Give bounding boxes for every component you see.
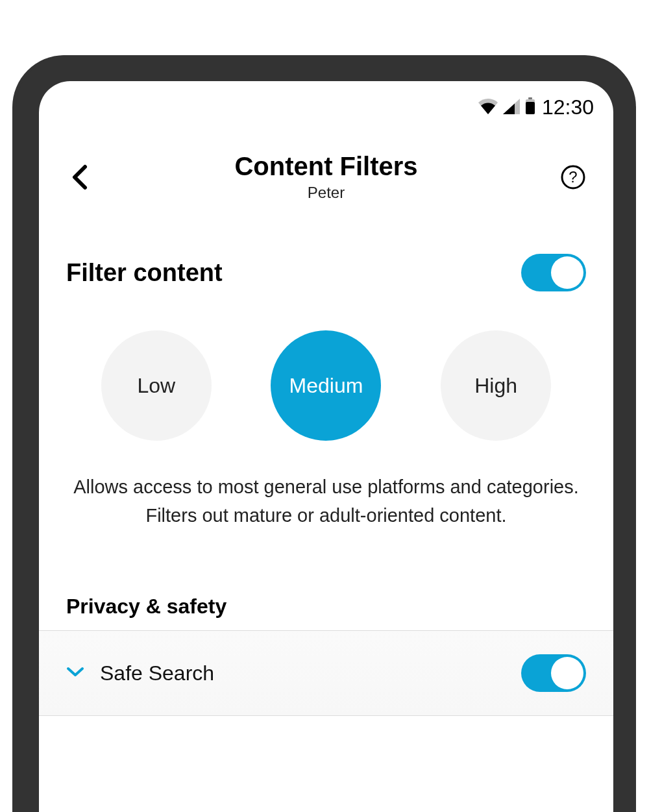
- filter-level-medium[interactable]: Medium: [271, 330, 381, 441]
- svg-rect-2: [526, 102, 535, 114]
- safe-search-label: Safe Search: [100, 661, 214, 685]
- toggle-knob: [551, 657, 583, 689]
- svg-rect-0: [528, 97, 532, 99]
- filter-content-title: Filter content: [66, 259, 223, 287]
- filter-level-selector: Low Medium High: [39, 304, 613, 460]
- page-subtitle: Peter: [95, 184, 557, 202]
- back-button[interactable]: [64, 162, 95, 193]
- status-time: 12:30: [542, 95, 594, 119]
- cellular-icon: [503, 95, 520, 119]
- chevron-down-icon: [66, 666, 84, 680]
- filter-level-description: Allows access to most general use platfo…: [39, 460, 613, 569]
- svg-text:?: ?: [569, 168, 577, 186]
- page-header: Content Filters Peter ?: [39, 126, 613, 215]
- safe-search-toggle[interactable]: [521, 654, 586, 692]
- status-icons: [478, 95, 535, 119]
- wifi-icon: [478, 95, 498, 119]
- divider: [39, 715, 613, 716]
- filter-content-row: Filter content: [39, 215, 613, 304]
- filter-level-high-label: High: [474, 374, 517, 398]
- toggle-knob: [551, 256, 583, 289]
- device-screen: 12:30 Content Filters Peter ? Filter: [39, 81, 613, 812]
- privacy-safety-heading: Privacy & safety: [39, 569, 613, 630]
- filter-content-toggle[interactable]: [521, 254, 586, 291]
- filter-level-low[interactable]: Low: [101, 330, 212, 441]
- help-button[interactable]: ?: [557, 162, 589, 193]
- filter-level-high[interactable]: High: [441, 330, 551, 441]
- status-bar: 12:30: [39, 81, 613, 126]
- chevron-left-icon: [71, 164, 88, 190]
- filter-level-low-label: Low: [137, 374, 175, 398]
- safe-search-row[interactable]: Safe Search: [39, 631, 613, 715]
- device-frame: 12:30 Content Filters Peter ? Filter: [16, 55, 636, 812]
- filter-level-medium-label: Medium: [289, 374, 363, 398]
- page-title: Content Filters: [95, 152, 557, 181]
- battery-icon: [525, 95, 535, 119]
- help-icon: ?: [560, 164, 586, 190]
